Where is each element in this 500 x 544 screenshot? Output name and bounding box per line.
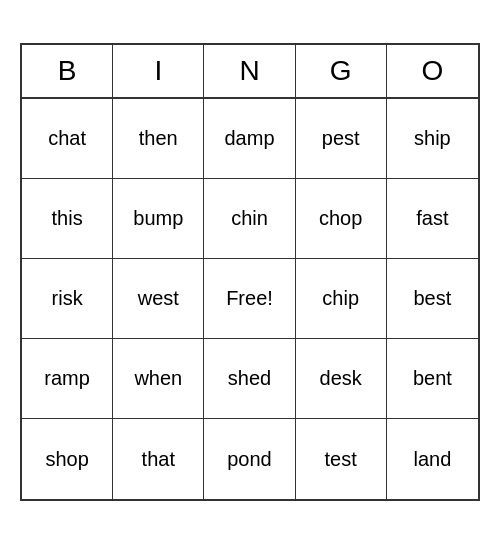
header-letter: I <box>113 45 204 97</box>
cell-r2-c2: Free! <box>204 259 295 339</box>
cell-r0-c2: damp <box>204 99 295 179</box>
cell-r4-c0: shop <box>22 419 113 499</box>
cell-r0-c0: chat <box>22 99 113 179</box>
header-letter: G <box>296 45 387 97</box>
cell-r0-c4: ship <box>387 99 478 179</box>
cell-r1-c1: bump <box>113 179 204 259</box>
cell-r4-c3: test <box>296 419 387 499</box>
cell-r0-c1: then <box>113 99 204 179</box>
bingo-grid: chatthendamppestshipthisbumpchinchopfast… <box>22 99 478 499</box>
cell-r2-c0: risk <box>22 259 113 339</box>
cell-r0-c3: pest <box>296 99 387 179</box>
header-letter: N <box>204 45 295 97</box>
cell-r2-c1: west <box>113 259 204 339</box>
cell-r2-c3: chip <box>296 259 387 339</box>
header-letter: B <box>22 45 113 97</box>
cell-r1-c2: chin <box>204 179 295 259</box>
bingo-card: BINGO chatthendamppestshipthisbumpchinch… <box>20 43 480 501</box>
bingo-header: BINGO <box>22 45 478 99</box>
cell-r2-c4: best <box>387 259 478 339</box>
cell-r3-c0: ramp <box>22 339 113 419</box>
cell-r4-c4: land <box>387 419 478 499</box>
cell-r1-c0: this <box>22 179 113 259</box>
cell-r3-c1: when <box>113 339 204 419</box>
header-letter: O <box>387 45 478 97</box>
cell-r1-c3: chop <box>296 179 387 259</box>
cell-r3-c2: shed <box>204 339 295 419</box>
cell-r3-c4: bent <box>387 339 478 419</box>
cell-r3-c3: desk <box>296 339 387 419</box>
cell-r4-c1: that <box>113 419 204 499</box>
cell-r1-c4: fast <box>387 179 478 259</box>
cell-r4-c2: pond <box>204 419 295 499</box>
